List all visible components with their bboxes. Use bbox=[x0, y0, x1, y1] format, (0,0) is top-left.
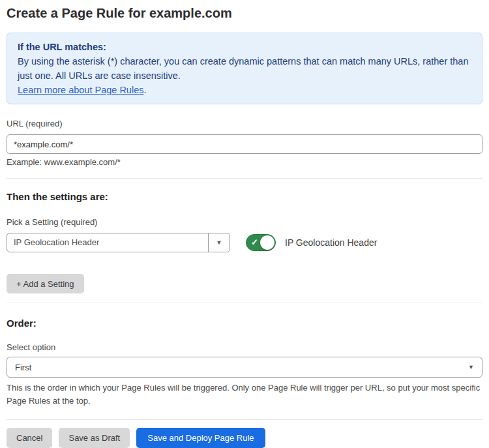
caret-down-button[interactable]: ▼ bbox=[208, 233, 230, 252]
page-title: Create a Page Rule for example.com bbox=[7, 5, 482, 21]
save-draft-button[interactable]: Save as Draft bbox=[59, 428, 130, 448]
caret-down-icon: ▼ bbox=[468, 364, 474, 370]
settings-section-heading: Then the settings are: bbox=[7, 192, 482, 202]
toggle-knob bbox=[260, 235, 274, 250]
setting-select-value: IP Geolocation Header bbox=[7, 233, 208, 252]
save-deploy-button[interactable]: Save and Deploy Page Rule bbox=[136, 428, 265, 448]
order-helper-text: This is the order in which your Page Rul… bbox=[7, 381, 482, 408]
pick-setting-label: Pick a Setting (required) bbox=[7, 217, 482, 228]
create-page-rule-form: Create a Page Rule for example.com If th… bbox=[0, 0, 489, 448]
order-select-value: First bbox=[15, 363, 31, 372]
order-select[interactable]: First ▼ bbox=[7, 357, 482, 378]
url-field-label: URL (required) bbox=[7, 119, 482, 129]
add-setting-button[interactable]: + Add a Setting bbox=[7, 274, 84, 293]
cancel-button[interactable]: Cancel bbox=[7, 428, 52, 448]
info-box-body: By using the asterisk (*) character, you… bbox=[18, 54, 471, 83]
setting-row: IP Geolocation Header ▼ ✓ IP Geolocation… bbox=[7, 233, 482, 252]
url-input[interactable] bbox=[7, 134, 482, 154]
toggle-label: IP Geolocation Header bbox=[285, 237, 377, 248]
footer-actions: Cancel Save as Draft Save and Deploy Pag… bbox=[7, 428, 482, 448]
divider bbox=[7, 419, 482, 420]
divider bbox=[7, 178, 482, 179]
divider bbox=[7, 303, 482, 303]
url-field-helper: Example: www.example.com/* bbox=[7, 157, 482, 168]
order-select-label: Select option bbox=[7, 342, 482, 353]
check-icon: ✓ bbox=[251, 238, 258, 246]
setting-select[interactable]: IP Geolocation Header ▼ bbox=[7, 233, 230, 252]
learn-more-link[interactable]: Learn more about Page Rules bbox=[18, 85, 143, 95]
caret-down-icon: ▼ bbox=[216, 239, 222, 246]
ip-geolocation-toggle[interactable]: ✓ bbox=[246, 234, 276, 251]
url-match-info-box: If the URL matches: By using the asteris… bbox=[7, 33, 482, 104]
info-box-heading: If the URL matches: bbox=[18, 40, 471, 54]
link-suffix: . bbox=[143, 85, 146, 95]
order-section-heading: Order: bbox=[7, 318, 482, 329]
info-box-link-line: Learn more about Page Rules. bbox=[18, 83, 471, 97]
